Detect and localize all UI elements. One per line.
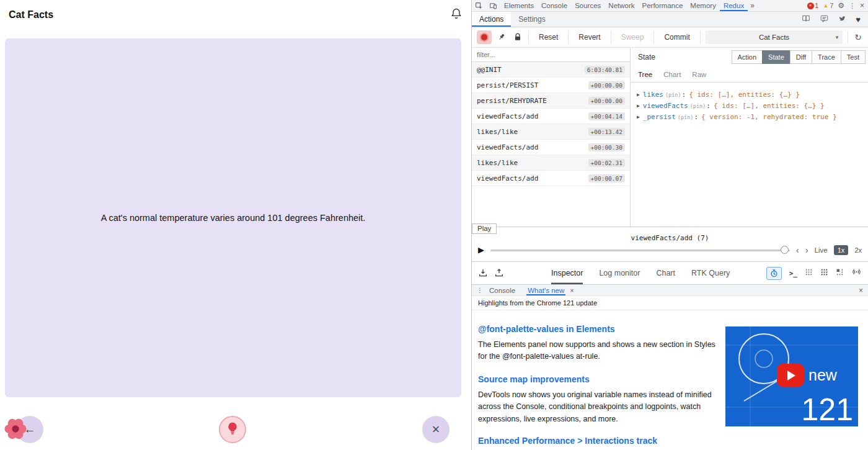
- reset-button[interactable]: Reset: [534, 30, 563, 44]
- broadcast-icon[interactable]: [851, 268, 862, 279]
- fact-text: A cat's normal temperature varies around…: [101, 213, 366, 223]
- sweep-button[interactable]: Sweep: [616, 30, 649, 44]
- pin-icon[interactable]: [497, 32, 507, 42]
- close-devtools-icon[interactable]: ×: [860, 1, 864, 10]
- settings-gear-icon[interactable]: ⚙: [838, 1, 844, 10]
- drawer-kebab-icon[interactable]: ⋮: [477, 287, 483, 294]
- inspector-tab-state[interactable]: State: [762, 50, 790, 64]
- tree-pin: (pin): [678, 113, 698, 121]
- tab-rtk-query[interactable]: RTK Query: [691, 262, 730, 284]
- action-row[interactable]: persist/PERSIST +00:00.00: [472, 78, 630, 93]
- state-subtabs: Tree Chart Raw: [631, 66, 868, 83]
- tab-sources[interactable]: Sources: [571, 0, 604, 11]
- terminal-icon[interactable]: >_: [789, 269, 797, 277]
- speed-1x-button[interactable]: 1x: [834, 245, 849, 255]
- action-row[interactable]: likes/like +00:02.31: [472, 155, 630, 171]
- feedback-chat-icon[interactable]: [820, 14, 829, 25]
- action-row[interactable]: likes/like +00:13.42: [472, 124, 630, 140]
- subtab-chart[interactable]: Chart: [663, 71, 681, 78]
- action-row[interactable]: viewedFacts/add +00:00.07: [472, 171, 630, 186]
- record-button[interactable]: [477, 30, 492, 44]
- tab-network[interactable]: Network: [604, 0, 638, 11]
- tab-chart[interactable]: Chart: [656, 262, 675, 284]
- action-name: viewedFacts/add: [477, 143, 538, 151]
- export-download-icon[interactable]: [478, 268, 488, 278]
- notification-bell-icon[interactable]: [450, 7, 463, 22]
- state-tree: ▶ likes (pin) { ids: […], entities: {…} …: [631, 83, 868, 122]
- playback-play-icon[interactable]: ▶: [478, 245, 484, 254]
- tab-settings[interactable]: Settings: [511, 12, 552, 27]
- inspector-tab-diff[interactable]: Diff: [790, 50, 812, 64]
- tab-memory[interactable]: Memory: [686, 0, 720, 11]
- state-panel: State Action State Diff Trace Test Tree …: [631, 48, 868, 227]
- tree-row[interactable]: ▶ _persist (pin) { version: -1, rehydrat…: [637, 111, 868, 122]
- revert-button[interactable]: Revert: [574, 30, 605, 44]
- redux-panel-tabbar: Actions Settings ♥: [472, 12, 868, 27]
- error-badge[interactable]: × 1: [807, 2, 819, 9]
- tab-actions[interactable]: Actions: [472, 12, 511, 27]
- tab-console-drawer[interactable]: Console: [489, 287, 515, 294]
- tab-console[interactable]: Console: [538, 0, 571, 11]
- tree-row[interactable]: ▶ viewedFacts (pin) { ids: […], entities…: [637, 100, 868, 111]
- more-tabs-icon[interactable]: »: [748, 1, 757, 10]
- action-name: persist/PERSIST: [477, 81, 538, 89]
- action-row[interactable]: @@INIT 6:03:40.81: [472, 62, 630, 78]
- action-filter-input[interactable]: [472, 51, 630, 58]
- playback-current-action: viewedFacts/add (7): [472, 234, 868, 242]
- import-upload-icon[interactable]: [494, 268, 504, 278]
- step-forward-icon[interactable]: ›: [805, 245, 808, 255]
- action-row[interactable]: persist/REHYDRATE +00:00.00: [472, 93, 630, 109]
- subtab-tree[interactable]: Tree: [638, 71, 652, 78]
- warning-icon: ▲: [823, 2, 828, 9]
- playback-slider[interactable]: [490, 246, 790, 254]
- redux-toolbar: Reset Revert Sweep Commit Cat Facts ▾ ↻: [472, 27, 868, 48]
- tab-whats-new[interactable]: What's new: [526, 285, 565, 295]
- tab-log-monitor[interactable]: Log monitor: [599, 262, 640, 284]
- whatsnew-thumbnail[interactable]: new 121: [725, 326, 858, 426]
- warning-badge[interactable]: ▲ 7: [823, 2, 833, 9]
- lock-icon[interactable]: [512, 32, 523, 42]
- inspector-tab-test[interactable]: Test: [841, 50, 866, 64]
- inspector-tab-action[interactable]: Action: [732, 50, 763, 64]
- twitter-icon[interactable]: [838, 14, 847, 24]
- devtools-panel: Elements Console Sources Network Perform…: [471, 0, 868, 450]
- speed-2x-button[interactable]: 2x: [854, 246, 862, 254]
- highlights-header: Highlights from the Chrome 121 update: [472, 296, 868, 310]
- device-toolbar-icon[interactable]: [489, 2, 497, 10]
- action-row[interactable]: viewedFacts/add +00:04.14: [472, 109, 630, 124]
- close-drawer-icon[interactable]: ×: [859, 286, 863, 295]
- grid-icon-1[interactable]: [805, 268, 813, 279]
- refresh-icon[interactable]: ↻: [853, 32, 863, 42]
- live-label[interactable]: Live: [815, 246, 828, 254]
- inspector-tab-trace[interactable]: Trace: [812, 50, 841, 64]
- action-row[interactable]: viewedFacts/add +00:00.30: [472, 140, 630, 155]
- step-back-icon[interactable]: ‹: [796, 245, 799, 255]
- sponsor-heart-icon[interactable]: ♥: [856, 15, 861, 24]
- tab-inspector[interactable]: Inspector: [551, 262, 583, 284]
- action-list: @@INIT 6:03:40.81 persist/PERSIST +00:00…: [472, 48, 631, 227]
- grid-icon-3[interactable]: [836, 268, 844, 279]
- instance-label: Cat Facts: [759, 34, 789, 41]
- commit-button[interactable]: Commit: [659, 30, 694, 44]
- inspect-icon[interactable]: [475, 2, 483, 10]
- tab-redux[interactable]: Redux: [720, 0, 748, 11]
- kebab-menu-icon[interactable]: ⋮: [849, 2, 856, 10]
- state-panel-label: State: [638, 53, 732, 61]
- docs-book-icon[interactable]: [801, 14, 811, 25]
- section-heading[interactable]: Enhanced Performance > Interactions trac…: [478, 436, 868, 446]
- slider-thumb[interactable]: [781, 246, 789, 254]
- close-whats-new-icon[interactable]: ×: [570, 287, 574, 294]
- stopwatch-icon[interactable]: [766, 267, 782, 280]
- instance-select[interactable]: Cat Facts ▾: [706, 30, 843, 44]
- tab-performance[interactable]: Performance: [639, 0, 687, 11]
- slider-track: [490, 250, 790, 251]
- new-fact-button[interactable]: [219, 416, 246, 443]
- grid-icon-2[interactable]: [820, 268, 828, 279]
- expand-arrow-icon: ▶: [637, 103, 640, 109]
- tab-elements[interactable]: Elements: [500, 0, 538, 11]
- subtab-raw[interactable]: Raw: [692, 71, 706, 78]
- tree-row[interactable]: ▶ likes (pin) { ids: […], entities: {…} …: [637, 89, 868, 100]
- action-time-badge: +00:00.00: [588, 81, 625, 89]
- dismiss-button[interactable]: ×: [422, 416, 450, 443]
- play-button[interactable]: Play: [472, 223, 497, 234]
